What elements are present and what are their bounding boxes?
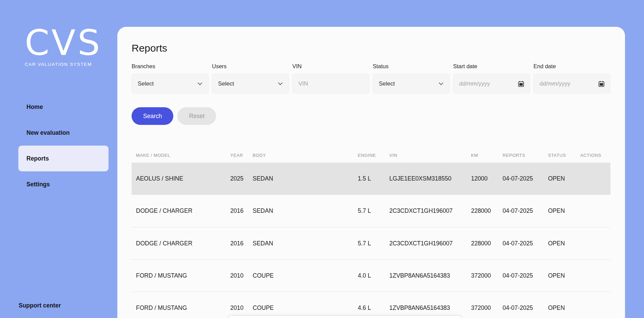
sidebar-item-label: New evaluation: [26, 129, 70, 136]
end-date-label: End date: [533, 63, 610, 69]
search-button[interactable]: Search: [132, 107, 173, 125]
vin-input[interactable]: [298, 74, 363, 93]
logo-subtitle: CAR VALUATION SYSTEM: [25, 62, 102, 67]
reports-table: MAKE / MODEL YEAR BODY ENGINE VIN KM REP…: [132, 148, 610, 318]
cell-body: COUPE: [253, 272, 358, 279]
calendar-icon: [599, 81, 604, 87]
start-date-input[interactable]: dd/mm/yyyy: [453, 74, 530, 93]
cell-km: 228000: [471, 207, 503, 214]
sidebar-item-settings[interactable]: Settings: [18, 171, 109, 197]
cell-year: 2010: [230, 304, 253, 312]
cell-status: OPEN: [548, 304, 580, 312]
column-header-engine: ENGINE: [358, 153, 389, 158]
users-label: Users: [212, 63, 289, 69]
end-date-input[interactable]: dd/mm/yyyy: [533, 74, 610, 93]
cell-km: 372000: [471, 272, 503, 279]
cell-body: SEDAN: [253, 207, 358, 214]
filter-end-date: End date dd/mm/yyyy: [533, 63, 610, 93]
start-date-label: Start date: [453, 63, 530, 69]
column-header-make-model: MAKE / MODEL: [136, 153, 230, 158]
sidebar-item-label: Reports: [26, 155, 49, 162]
chevron-down-icon: [278, 82, 283, 85]
cell-make-model: FORD / MUSTANG: [136, 304, 230, 312]
sidebar: CVS CAR VALUATION SYSTEM Home New evalua…: [0, 0, 117, 318]
table-row[interactable]: DODGE / CHARGER 2016 SEDAN 5.7 L 2C3CDXC…: [132, 227, 610, 259]
status-select[interactable]: Select: [373, 74, 450, 93]
column-header-km: KM: [471, 153, 503, 158]
logo-title: CVS: [25, 25, 102, 60]
cell-reports: 04-07-2025: [503, 272, 548, 279]
sidebar-item-reports[interactable]: Reports: [18, 146, 109, 171]
column-header-year: YEAR: [230, 153, 253, 158]
cell-status: OPEN: [548, 175, 580, 182]
cell-status: OPEN: [548, 240, 580, 247]
cell-engine: 5.7 L: [358, 240, 389, 247]
filter-status: Status Select: [373, 63, 450, 93]
cell-engine: 5.7 L: [358, 207, 389, 214]
cell-body: SEDAN: [253, 240, 358, 247]
users-select[interactable]: Select: [212, 74, 289, 93]
branches-select[interactable]: Select: [132, 74, 209, 93]
cell-make-model: DODGE / CHARGER: [136, 240, 230, 247]
cell-engine: 4.0 L: [358, 272, 389, 279]
main-content-card: Reports Branches Select Users Select VIN…: [117, 27, 625, 318]
filter-users: Users Select: [212, 63, 289, 93]
cell-body: COUPE: [253, 304, 358, 312]
sidebar-footer-label: Support center: [19, 302, 61, 309]
column-header-body: BODY: [253, 153, 358, 158]
filter-actions: Search Reset: [132, 107, 610, 125]
cell-status: OPEN: [548, 207, 580, 214]
cell-engine: 4.6 L: [358, 304, 389, 312]
filter-vin: VIN: [292, 63, 369, 93]
cell-km: 372000: [471, 304, 503, 312]
end-date-placeholder: dd/mm/yyyy: [540, 80, 599, 87]
cell-make-model: AEOLUS / SHINE: [136, 175, 230, 182]
start-date-placeholder: dd/mm/yyyy: [459, 80, 518, 87]
page-title: Reports: [132, 43, 610, 53]
table-header: MAKE / MODEL YEAR BODY ENGINE VIN KM REP…: [132, 148, 610, 163]
bottom-partial-panel[interactable]: [228, 315, 462, 318]
cell-body: SEDAN: [253, 175, 358, 182]
sidebar-item-label: Settings: [26, 181, 50, 188]
filter-branches: Branches Select: [132, 63, 209, 93]
filters-bar: Branches Select Users Select VIN Status …: [132, 63, 610, 93]
users-select-value: Select: [218, 80, 278, 87]
sidebar-item-home[interactable]: Home: [18, 94, 109, 120]
vin-field[interactable]: [292, 74, 369, 93]
cell-status: OPEN: [548, 272, 580, 279]
cell-reports: 04-07-2025: [503, 207, 548, 214]
table-row[interactable]: AEOLUS / SHINE 2025 SEDAN 1.5 L LGJE1EE0…: [132, 163, 610, 195]
cell-vin: 1ZVBP8AN6A5164383: [389, 272, 471, 279]
sidebar-item-new-evaluation[interactable]: New evaluation: [18, 120, 109, 146]
cell-year: 2025: [230, 175, 253, 182]
cell-year: 2016: [230, 240, 253, 247]
reset-button[interactable]: Reset: [177, 107, 216, 125]
chevron-down-icon: [438, 82, 444, 85]
sidebar-item-label: Home: [26, 104, 43, 111]
sidebar-item-support-center[interactable]: Support center: [19, 302, 61, 309]
column-header-vin: VIN: [389, 153, 471, 158]
status-label: Status: [373, 63, 450, 69]
calendar-icon: [518, 81, 524, 87]
table-row[interactable]: DODGE / CHARGER 2016 SEDAN 5.7 L 2C3CDXC…: [132, 195, 610, 227]
cell-reports: 04-07-2025: [503, 304, 548, 312]
cell-vin: 1ZVBP8AN6A5164383: [389, 304, 471, 312]
cell-km: 228000: [471, 240, 503, 247]
status-select-value: Select: [379, 80, 438, 87]
cell-make-model: DODGE / CHARGER: [136, 207, 230, 214]
column-header-status: STATUS: [548, 153, 580, 158]
branches-label: Branches: [132, 63, 209, 69]
sidebar-nav: Home New evaluation Reports Settings: [0, 94, 117, 197]
table-body: AEOLUS / SHINE 2025 SEDAN 1.5 L LGJE1EE0…: [132, 163, 610, 318]
vin-label: VIN: [292, 63, 369, 69]
cell-vin: 2C3CDXCT1GH196007: [389, 240, 471, 247]
cell-year: 2010: [230, 272, 253, 279]
chevron-down-icon: [197, 82, 202, 85]
branches-select-value: Select: [138, 80, 197, 87]
cell-make-model: FORD / MUSTANG: [136, 272, 230, 279]
table-row[interactable]: FORD / MUSTANG 2010 COUPE 4.6 L 1ZVBP8AN…: [132, 292, 610, 318]
cell-km: 12000: [471, 175, 503, 182]
cell-vin: 2C3CDXCT1GH196007: [389, 207, 471, 214]
filter-start-date: Start date dd/mm/yyyy: [453, 63, 530, 93]
table-row[interactable]: FORD / MUSTANG 2010 COUPE 4.0 L 1ZVBP8AN…: [132, 259, 610, 292]
